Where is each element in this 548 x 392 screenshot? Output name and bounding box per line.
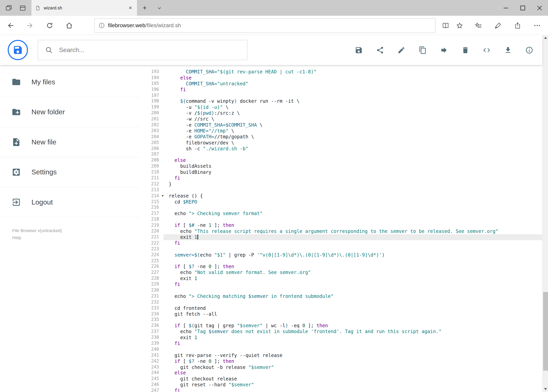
code-line[interactable]: 199 -u "$(id -u)" \ xyxy=(140,104,542,110)
refresh-button[interactable] xyxy=(43,18,56,32)
fold-marker-icon[interactable]: ▾ xyxy=(162,193,164,198)
copy-button[interactable] xyxy=(418,46,427,54)
tab-list-chevron-icon[interactable] xyxy=(153,0,166,16)
code-line[interactable]: 220 echo "This release script requires a… xyxy=(140,228,542,234)
code-line[interactable]: 247 fi xyxy=(140,388,542,392)
scrollbar-thumb[interactable] xyxy=(543,292,548,371)
code-line[interactable]: 200 -v /$(pwd):/src:z \ xyxy=(140,110,542,116)
code-line[interactable]: 219 if [ $# -ne 1 ]; then xyxy=(140,222,542,228)
code-line[interactable]: 242 if [ $? -ne 0 ]; then xyxy=(140,358,542,364)
back-button[interactable] xyxy=(4,18,17,32)
code-line[interactable]: 244 else xyxy=(140,370,542,376)
code-line[interactable]: 214▾release () { xyxy=(140,193,542,199)
code-line[interactable]: 201 -w //src \ xyxy=(140,116,542,122)
code-line[interactable]: 229 fi xyxy=(140,281,542,287)
scroll-down-icon[interactable] xyxy=(543,386,548,392)
tab-preview-icon[interactable] xyxy=(18,3,27,12)
code-line[interactable]: 236 if [ $(git tag | grep "$semver" | wc… xyxy=(140,323,542,329)
code-line[interactable]: 218 xyxy=(140,217,542,222)
code-line[interactable]: 245 git checkout release xyxy=(140,376,542,382)
code-line[interactable]: 232 xyxy=(140,299,542,305)
search-box[interactable] xyxy=(38,40,248,60)
code-line[interactable]: 215 cd $REPO xyxy=(140,199,542,205)
code-line[interactable]: 225 xyxy=(140,258,542,264)
code-line[interactable]: 243 git checkout -b release "$semver" xyxy=(140,364,542,370)
scroll-up-icon[interactable] xyxy=(543,35,548,41)
code-line[interactable]: 206 sh -c "./wizard.sh -b" xyxy=(140,146,542,152)
sidebar-item-new-file[interactable]: New file xyxy=(0,127,140,157)
new-tab-button[interactable]: + xyxy=(137,0,153,16)
code-line[interactable]: 217 echo "> Checking semver format" xyxy=(140,210,542,217)
code-line[interactable]: 238 exit 1 xyxy=(140,335,542,341)
code-line[interactable]: 235 xyxy=(140,317,542,323)
sidebar-item-logout[interactable]: Logout xyxy=(0,187,140,217)
active-tab[interactable]: wizard.sh × xyxy=(32,0,137,16)
code-line[interactable]: 237 echo "Tag $semver does not exist in … xyxy=(140,329,542,335)
share-button[interactable] xyxy=(376,46,384,54)
code-line[interactable]: 239 fi xyxy=(140,341,542,346)
vertical-scrollbar[interactable] xyxy=(542,35,548,392)
page-info-icon[interactable] xyxy=(98,22,105,29)
url-box[interactable]: filebrowser.web/files/wizard.sh xyxy=(94,18,435,33)
code-line[interactable]: 207 xyxy=(140,152,542,157)
code-line[interactable]: 213 xyxy=(140,187,542,193)
share-icon[interactable] xyxy=(513,21,522,30)
minimize-button[interactable] xyxy=(498,0,514,16)
code-line[interactable]: 205 filebrowser/dev \ xyxy=(140,140,542,146)
code-line[interactable]: 211 fi xyxy=(140,175,542,181)
maximize-button[interactable] xyxy=(514,0,531,16)
code-line[interactable]: 204 -e GOPATH=//tmp/gopath \ xyxy=(140,134,542,140)
close-window-button[interactable] xyxy=(531,0,548,16)
code-line[interactable]: 227 echo "Not valid semver format. See s… xyxy=(140,270,542,276)
code-line[interactable]: 230 xyxy=(140,287,542,293)
code-line[interactable]: 224 semver=$(echo "$1" | grep -P '^v(0|[… xyxy=(140,252,542,258)
web-note-pen-icon[interactable] xyxy=(493,21,502,30)
close-tab-icon[interactable]: × xyxy=(127,5,133,11)
favorite-star-icon[interactable] xyxy=(455,21,464,30)
move-button[interactable] xyxy=(440,46,448,54)
code-line[interactable]: 212} xyxy=(140,181,542,187)
code-line[interactable]: 195 COMMIT_SHA="untracked" xyxy=(140,81,542,86)
sidebar-item-new-folder[interactable]: New folder xyxy=(0,97,140,127)
code-line[interactable]: 196 fi xyxy=(140,86,542,92)
code-line[interactable]: 226 if [ $? -ne 0 ]; then xyxy=(140,264,542,270)
info-button[interactable] xyxy=(525,46,533,54)
code-line[interactable]: 222 fi xyxy=(140,240,542,246)
code-line[interactable]: 240 xyxy=(140,346,542,352)
code-line[interactable]: 208 else xyxy=(140,157,542,163)
code-line[interactable]: 228 exit 1 xyxy=(140,276,542,281)
code-line[interactable]: 216 xyxy=(140,205,542,210)
delete-button[interactable] xyxy=(461,46,469,54)
code-line[interactable]: 234 git fetch --all xyxy=(140,311,542,317)
code-line[interactable]: 203 -e HOME="//tmp" \ xyxy=(140,128,542,134)
code-line[interactable]: 231 echo "> Checking matching $semver in… xyxy=(140,293,542,299)
code-line[interactable]: 210 buildBinary xyxy=(140,169,542,175)
forward-button[interactable] xyxy=(23,18,37,32)
code-line[interactable]: 193 COMMIT_SHA="$(git rev-parse HEAD | c… xyxy=(140,69,542,75)
rename-button[interactable] xyxy=(397,46,405,54)
save-button[interactable] xyxy=(354,46,363,54)
home-button[interactable] xyxy=(62,18,76,32)
code-line[interactable]: 241 git rev-parse --verify --quiet relea… xyxy=(140,352,542,358)
code-line[interactable]: 233 cd frontend xyxy=(140,305,542,311)
code-line[interactable]: 198 $(command -v winpty) docker run --rm… xyxy=(140,98,542,104)
hub-icon[interactable] xyxy=(474,21,483,30)
download-button[interactable] xyxy=(504,46,512,54)
code-line[interactable]: 223 xyxy=(140,246,542,252)
code-line[interactable]: 209 buildAssets xyxy=(140,163,542,169)
tabs-aside-icon[interactable] xyxy=(4,3,13,12)
search-input[interactable] xyxy=(58,46,240,54)
reading-view-icon[interactable] xyxy=(441,21,450,30)
code-line[interactable]: 202 -e COMMIT_SHA=$COMMIT_SHA \ xyxy=(140,122,542,128)
code-editor[interactable]: 193 COMMIT_SHA="$(git rev-parse HEAD | c… xyxy=(140,65,542,392)
help-link[interactable]: Help xyxy=(12,234,140,241)
code-line[interactable]: 246 git reset --hard "$semver" xyxy=(140,382,542,388)
sidebar-item-settings[interactable]: Settings xyxy=(0,157,140,188)
code-button[interactable] xyxy=(482,46,491,54)
settings-more-icon[interactable] xyxy=(533,21,541,30)
code-line[interactable]: 221 exit 1 xyxy=(140,234,542,240)
code-line[interactable]: 197 xyxy=(140,93,542,98)
sidebar-item-my-files[interactable]: My files xyxy=(0,67,140,97)
filebrowser-logo[interactable] xyxy=(8,40,28,60)
code-line[interactable]: 194 else xyxy=(140,75,542,81)
